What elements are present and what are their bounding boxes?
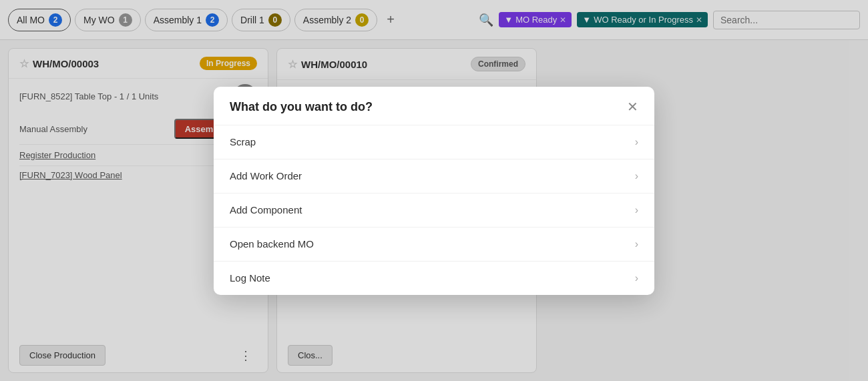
log-note-label: Log Note (230, 272, 270, 284)
add-component-label: Add Component (230, 204, 302, 216)
add-component-arrow-icon: › (635, 204, 638, 216)
modal-header: What do you want to do? ✕ (214, 87, 654, 125)
add-work-order-arrow-icon: › (635, 170, 638, 182)
modal-item-scrap[interactable]: Scrap › (214, 125, 654, 159)
open-backend-mo-arrow-icon: › (635, 238, 638, 250)
open-backend-mo-label: Open backend MO (230, 238, 314, 250)
modal-overlay[interactable]: What do you want to do? ✕ Scrap › Add Wo… (0, 0, 868, 381)
modal-body: Scrap › Add Work Order › Add Component ›… (214, 125, 654, 295)
log-note-arrow-icon: › (635, 272, 638, 284)
modal-item-log-note[interactable]: Log Note › (214, 262, 654, 295)
modal-close-button[interactable]: ✕ (627, 100, 638, 113)
add-work-order-label: Add Work Order (230, 170, 302, 181)
modal-item-open-backend-mo[interactable]: Open backend MO › (214, 228, 654, 262)
modal-dialog: What do you want to do? ✕ Scrap › Add Wo… (214, 87, 654, 295)
modal-title: What do you want to do? (230, 100, 373, 114)
scrap-label: Scrap (230, 136, 256, 147)
scrap-arrow-icon: › (635, 136, 638, 148)
modal-item-add-work-order[interactable]: Add Work Order › (214, 159, 654, 194)
modal-item-add-component[interactable]: Add Component › (214, 194, 654, 228)
